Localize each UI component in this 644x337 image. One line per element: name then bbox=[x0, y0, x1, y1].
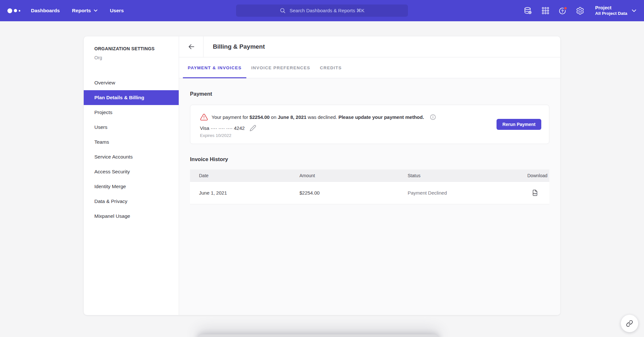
nav-item-users[interactable]: Users bbox=[110, 8, 124, 14]
mixpanel-logo[interactable] bbox=[7, 8, 20, 13]
nav-item-dashboards[interactable]: Dashboards bbox=[31, 8, 60, 14]
sidebar-item-service-accounts[interactable]: Service Accounts bbox=[84, 149, 179, 164]
chevron-down-icon bbox=[94, 9, 98, 12]
sidebar-heading: ORGANIZATION SETTINGS bbox=[94, 46, 179, 51]
sidebar-item-mixpanel-usage[interactable]: Mixpanel Usage bbox=[84, 209, 179, 224]
declined-payment-message: Your payment for $2254.00 on June 8, 202… bbox=[212, 114, 424, 120]
project-selector-title: Project bbox=[595, 5, 627, 11]
chevron-down-icon bbox=[632, 9, 636, 12]
svg-text:?: ? bbox=[561, 9, 564, 13]
warning-icon bbox=[200, 113, 208, 121]
invoice-date: June 1, 2021 bbox=[190, 190, 299, 196]
column-header-amount: Amount bbox=[299, 173, 408, 178]
settings-card: ORGANIZATION SETTINGS Org OverviewPlan D… bbox=[84, 36, 560, 315]
alert-text-segment: June 8, 2021 bbox=[278, 114, 306, 120]
tab-invoice-preferences[interactable]: INVOICE PREFERENCES bbox=[246, 57, 315, 78]
svg-text:PDF: PDF bbox=[533, 193, 537, 195]
top-navbar: DashboardsReportsUsers Search Dashboards… bbox=[0, 0, 644, 21]
column-header-download: Download bbox=[516, 173, 549, 178]
share-link-button[interactable] bbox=[621, 315, 638, 332]
invoice-table: DateAmountStatusDownload June 1, 2021$22… bbox=[190, 169, 549, 204]
sidebar-item-data-privacy[interactable]: Data & Privacy bbox=[84, 194, 179, 209]
invoice-table-body: June 1, 2021$2254.00Payment Declined PDF bbox=[190, 182, 549, 204]
sidebar-item-teams[interactable]: Teams bbox=[84, 135, 179, 149]
sidebar-item-overview[interactable]: Overview bbox=[84, 75, 179, 90]
column-header-date: Date bbox=[190, 173, 299, 178]
billing-tabs: PAYMENT & INVOICESINVOICE PREFERENCESCRE… bbox=[179, 57, 560, 78]
logo-dot bbox=[14, 9, 17, 12]
alert-text-segment: $2254.00 bbox=[250, 114, 270, 120]
data-management-icon[interactable] bbox=[524, 6, 532, 15]
nav-item-label: Dashboards bbox=[31, 8, 60, 14]
alert-text-segment: on bbox=[270, 114, 278, 120]
column-header-status: Status bbox=[408, 173, 516, 178]
alert-text-segment: Your payment for bbox=[212, 114, 250, 120]
invoice-amount: $2254.00 bbox=[299, 190, 408, 196]
apps-grid-icon[interactable] bbox=[541, 6, 550, 15]
sidebar-item-plan-details-billing[interactable]: Plan Details & Billing bbox=[84, 90, 179, 105]
notification-badge bbox=[564, 6, 567, 9]
invoice-table-header: DateAmountStatusDownload bbox=[190, 169, 549, 182]
project-selector-subtitle: All Project Data bbox=[595, 11, 627, 16]
sidebar-item-identity-merge[interactable]: Identity Merge bbox=[84, 179, 179, 194]
help-icon[interactable]: ? bbox=[558, 6, 567, 15]
payment-section-heading: Payment bbox=[190, 91, 549, 97]
tab-credits[interactable]: CREDITS bbox=[315, 57, 346, 78]
search-placeholder: Search Dashboards & Reports ⌘K bbox=[289, 8, 365, 14]
payment-card-number: Visa ···· ···· ···· 4242 bbox=[200, 125, 245, 131]
org-name: Org bbox=[94, 55, 179, 60]
tab-payment-invoices[interactable]: PAYMENT & INVOICES bbox=[183, 57, 246, 78]
link-icon bbox=[626, 320, 633, 327]
sidebar-item-users[interactable]: Users bbox=[84, 120, 179, 135]
edit-pencil-icon[interactable] bbox=[250, 125, 256, 131]
rerun-payment-button[interactable]: Rerun Payment bbox=[497, 119, 541, 130]
bottom-sheet-shadow bbox=[197, 334, 440, 337]
navbar-right: ? Project All Project Data bbox=[515, 0, 644, 21]
project-selector[interactable]: Project All Project Data bbox=[595, 5, 636, 16]
alert-text-segment: was declined. bbox=[307, 114, 338, 120]
sidebar-item-access-security[interactable]: Access Security bbox=[84, 164, 179, 179]
org-settings-sidebar: ORGANIZATION SETTINGS Org OverviewPlan D… bbox=[84, 36, 179, 315]
settings-gear-icon[interactable] bbox=[576, 6, 584, 15]
pdf-file-icon[interactable]: PDF bbox=[532, 189, 538, 196]
billing-main-panel: Billing & Payment PAYMENT & INVOICESINVO… bbox=[179, 36, 560, 315]
nav-item-label: Users bbox=[110, 8, 124, 14]
invoice-row: June 1, 2021$2254.00Payment Declined PDF bbox=[190, 182, 549, 204]
search-input[interactable]: Search Dashboards & Reports ⌘K bbox=[236, 5, 408, 17]
logo-dot bbox=[7, 8, 12, 13]
alert-text-segment: Please update your payment method. bbox=[338, 114, 424, 120]
nav-item-reports[interactable]: Reports bbox=[72, 8, 98, 14]
search-icon bbox=[279, 7, 286, 14]
info-icon[interactable] bbox=[430, 114, 436, 120]
page-header: Billing & Payment bbox=[179, 36, 560, 57]
card-expiry: Expires 10/2022 bbox=[200, 133, 549, 138]
invoice-history-heading: Invoice History bbox=[190, 156, 549, 162]
main-nav: DashboardsReportsUsers bbox=[31, 8, 124, 14]
sidebar-item-projects[interactable]: Projects bbox=[84, 105, 179, 120]
payment-alert-card: Your payment for $2254.00 on June 8, 202… bbox=[190, 105, 549, 144]
back-button[interactable] bbox=[179, 36, 204, 57]
sidebar-nav: OverviewPlan Details & BillingProjectsUs… bbox=[84, 75, 179, 224]
back-arrow-icon bbox=[187, 43, 195, 51]
logo-dot bbox=[19, 10, 20, 12]
billing-content: Payment Your payment for $2254.00 on Jun… bbox=[179, 78, 560, 315]
invoice-status: Payment Declined bbox=[408, 190, 516, 196]
nav-item-label: Reports bbox=[72, 8, 91, 14]
page-title: Billing & Payment bbox=[204, 36, 265, 57]
